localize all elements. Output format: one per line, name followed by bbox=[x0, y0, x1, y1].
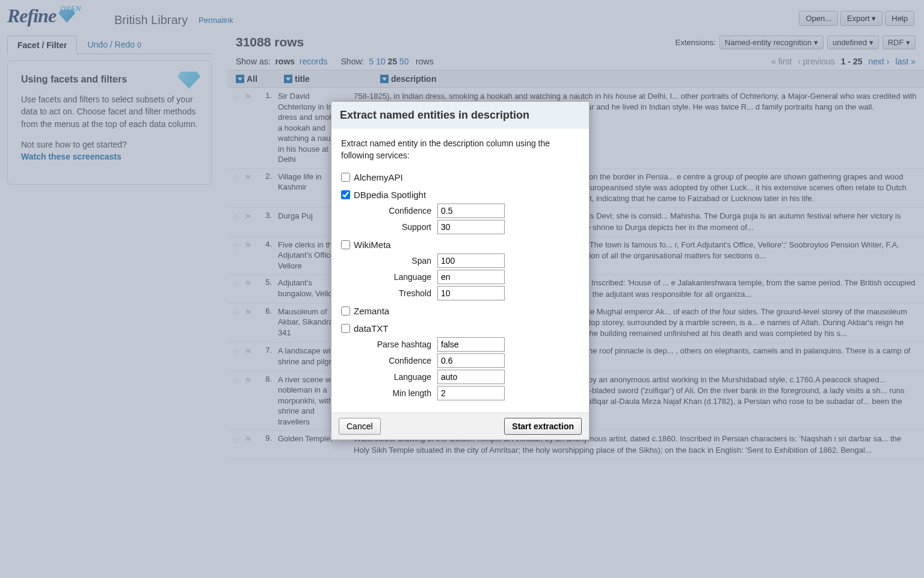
service-label: Zemanta bbox=[354, 306, 389, 316]
field-label: Confidence bbox=[341, 206, 437, 216]
field-input-span[interactable] bbox=[437, 253, 505, 268]
service-checkbox[interactable] bbox=[341, 240, 350, 249]
field-label: Language bbox=[341, 272, 437, 282]
field-label: Min length bbox=[341, 388, 437, 398]
field-input-language[interactable] bbox=[437, 270, 505, 284]
service-checkbox[interactable] bbox=[341, 306, 350, 315]
start-extraction-button[interactable]: Start extraction bbox=[504, 418, 582, 435]
service-label: DBpedia Spotlight bbox=[354, 190, 426, 200]
field-input-parse-hashtag[interactable] bbox=[437, 337, 505, 352]
dialog-intro: Extract named entity in the description … bbox=[341, 137, 579, 162]
field-label: Confidence bbox=[341, 356, 437, 365]
service-label: dataTXT bbox=[354, 323, 389, 334]
field-input-confidence[interactable] bbox=[437, 353, 505, 368]
field-input-support[interactable] bbox=[437, 220, 505, 234]
service-zemanta[interactable]: Zemanta bbox=[341, 304, 579, 318]
service-label: AlchemyAPI bbox=[354, 172, 403, 182]
field-label: Parse hashtag bbox=[341, 340, 437, 349]
field-input-min-length[interactable] bbox=[437, 386, 505, 400]
field-input-language[interactable] bbox=[437, 370, 505, 384]
field-label: Support bbox=[341, 222, 437, 232]
field-label: Span bbox=[341, 256, 437, 266]
field-label: Treshold bbox=[341, 288, 437, 298]
service-label: WikiMeta bbox=[354, 240, 391, 250]
service-wikimeta[interactable]: WikiMeta bbox=[341, 238, 579, 252]
extract-entities-dialog: Extract named entities in description Ex… bbox=[331, 101, 590, 440]
field-input-confidence[interactable] bbox=[437, 204, 505, 218]
cancel-button[interactable]: Cancel bbox=[339, 418, 381, 435]
field-input-treshold[interactable] bbox=[437, 286, 505, 300]
service-dbpedia-spotlight[interactable]: DBpedia Spotlight bbox=[341, 188, 579, 202]
service-checkbox[interactable] bbox=[341, 324, 350, 333]
service-alchemyapi[interactable]: AlchemyAPI bbox=[341, 170, 579, 184]
field-label: Language bbox=[341, 372, 437, 382]
dialog-title: Extract named entities in description bbox=[331, 102, 589, 129]
service-datatxt[interactable]: dataTXT bbox=[341, 322, 579, 335]
service-checkbox[interactable] bbox=[341, 173, 350, 182]
service-checkbox[interactable] bbox=[341, 190, 350, 199]
